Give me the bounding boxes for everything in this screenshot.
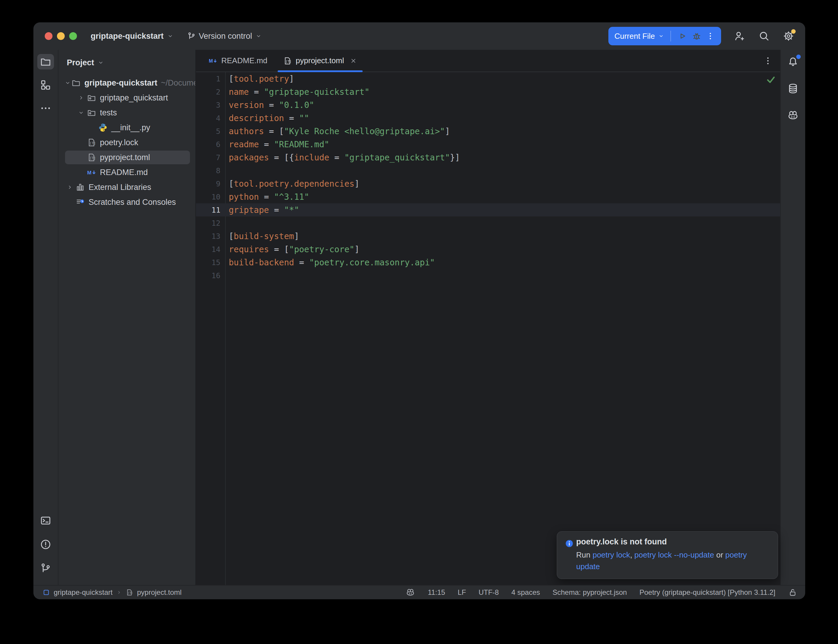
- more-icon: [39, 102, 52, 114]
- tool-button-structure[interactable]: [37, 77, 54, 93]
- line-number[interactable]: 4: [196, 114, 225, 123]
- code-text[interactable]: build-backend = "poetry.core.masonry.api…: [225, 258, 435, 268]
- editor-tab-bar: MREADME.md[T]pyproject.toml: [196, 50, 780, 72]
- line-number[interactable]: 15: [196, 258, 225, 267]
- tool-button-notifications[interactable]: [785, 54, 801, 69]
- status-widget-schema-pyproject-json[interactable]: Schema: pyproject.json: [553, 588, 627, 596]
- debug-icon[interactable]: [691, 31, 702, 41]
- code-token: "README.md": [274, 140, 329, 150]
- tree-item-griptape-quickstart[interactable]: griptape_quickstart: [58, 90, 196, 105]
- line-number[interactable]: 2: [196, 88, 225, 96]
- traffic-lights: [33, 32, 77, 40]
- code-token: readme: [229, 140, 259, 150]
- line-number[interactable]: 3: [196, 101, 225, 109]
- project-tool-window: Project griptape-quickstart~/Documegript…: [58, 50, 196, 586]
- chevron-down-icon[interactable]: [64, 76, 71, 90]
- status-widget-poetry-griptape-quickstart-python-3-11-2[interactable]: Poetry (griptape-quickstart) [Python 3.1…: [639, 588, 776, 596]
- notification-action-link[interactable]: poetry lock --no-update: [634, 550, 714, 559]
- notification-action-link[interactable]: poetry lock: [593, 550, 630, 559]
- tab-options-icon[interactable]: [763, 56, 773, 66]
- chevron-right-icon[interactable]: [76, 90, 87, 105]
- tree-item-label: tests: [100, 108, 117, 117]
- zoom-window-button[interactable]: [69, 32, 77, 40]
- line-number[interactable]: 6: [196, 140, 225, 149]
- code-text[interactable]: authors = ["Kyle Roche <hello@griptape.a…: [225, 127, 450, 136]
- status-widget-4-spaces[interactable]: 4 spaces: [511, 588, 540, 596]
- run-configuration-selector[interactable]: Current File: [615, 31, 664, 41]
- line-number[interactable]: 16: [196, 271, 225, 280]
- toml-icon: [T]: [126, 588, 133, 596]
- write-access-icon[interactable]: [788, 588, 797, 597]
- chevron-down-icon: [97, 59, 104, 66]
- code-token: ]: [354, 179, 359, 189]
- breadcrumb-item[interactable]: griptape-quickstart: [54, 588, 112, 596]
- line-number[interactable]: 11: [196, 206, 225, 214]
- tree-item-scratches-and-consoles[interactable]: Scratches and Consoles: [58, 195, 196, 210]
- tree-item-init-py[interactable]: __init__.py: [58, 120, 196, 135]
- status-widget-11-15[interactable]: 11:15: [428, 588, 445, 596]
- tree-item-readme-md[interactable]: MREADME.md: [58, 165, 196, 180]
- code-text[interactable]: version = "0.1.0": [225, 100, 314, 110]
- code-editor[interactable]: 1[tool.poetry]2name = "griptape-quicksta…: [196, 72, 780, 586]
- tree-item-pyproject-toml[interactable]: [T]pyproject.toml: [58, 150, 196, 165]
- line-number[interactable]: 12: [196, 219, 225, 227]
- tool-button-project[interactable]: [37, 54, 54, 69]
- close-window-button[interactable]: [45, 32, 53, 40]
- line-number[interactable]: 14: [196, 245, 225, 254]
- more-run-options-icon[interactable]: [706, 31, 715, 41]
- line-number[interactable]: 7: [196, 153, 225, 162]
- vcs-widget[interactable]: Version control: [187, 31, 263, 41]
- minimize-window-button[interactable]: [57, 32, 65, 40]
- run-icon[interactable]: [677, 31, 688, 41]
- add-user-icon[interactable]: [734, 30, 746, 42]
- code-text[interactable]: description = "": [225, 113, 309, 123]
- code-text[interactable]: [tool.poetry]: [225, 74, 294, 84]
- code-text[interactable]: requires = ["poetry-core"]: [225, 245, 359, 254]
- code-text[interactable]: [tool.poetry.dependencies]: [225, 179, 359, 189]
- tool-button-problems[interactable]: [37, 537, 54, 552]
- tool-button-database[interactable]: [785, 81, 801, 96]
- tab-pyproject-toml[interactable]: [T]pyproject.toml: [275, 50, 365, 72]
- tool-button-version-control[interactable]: [37, 560, 54, 576]
- inspections-ok-icon[interactable]: [766, 74, 776, 85]
- line-number[interactable]: 1: [196, 74, 225, 83]
- tree-item-label: pyproject.toml: [100, 153, 150, 162]
- tool-button-more-tool-windows[interactable]: [37, 100, 54, 116]
- code-token: ]: [294, 232, 299, 241]
- search-icon[interactable]: [758, 30, 770, 42]
- code-text[interactable]: readme = "README.md": [225, 140, 329, 150]
- chevron-right-icon[interactable]: [64, 180, 76, 195]
- line-number[interactable]: 10: [196, 192, 225, 201]
- code-text[interactable]: name = "griptape-quickstart": [225, 87, 370, 97]
- copilot-icon[interactable]: [406, 588, 415, 597]
- code-token: "0.1.0": [279, 100, 314, 110]
- code-text[interactable]: packages = [{include = "griptape_quickst…: [225, 153, 460, 163]
- status-widget-utf-8[interactable]: UTF-8: [479, 588, 499, 596]
- tool-button-ai-assistant[interactable]: [785, 108, 801, 123]
- settings-gear-icon[interactable]: [782, 30, 794, 42]
- breadcrumb-item[interactable]: pyproject.toml: [137, 588, 181, 596]
- tree-item-tests[interactable]: tests: [58, 105, 196, 120]
- tool-button-terminal[interactable]: [37, 513, 54, 528]
- divider: [670, 31, 671, 41]
- line-number[interactable]: 13: [196, 232, 225, 241]
- project-panel-header[interactable]: Project: [58, 50, 196, 76]
- code-token: }]: [450, 153, 460, 163]
- project-switcher[interactable]: griptape-quickstart: [90, 31, 174, 41]
- chevron-down-icon[interactable]: [76, 105, 87, 120]
- tab-readme-md[interactable]: MREADME.md: [201, 50, 275, 72]
- status-widget-lf[interactable]: LF: [458, 588, 466, 596]
- line-number[interactable]: 9: [196, 179, 225, 188]
- line-number[interactable]: 8: [196, 166, 225, 175]
- tree-item-poetry-lock[interactable]: [T]poetry.lock: [58, 135, 196, 150]
- code-text[interactable]: python = "^3.11": [225, 192, 309, 202]
- code-token: "^3.11": [274, 192, 309, 202]
- close-tab-icon[interactable]: [350, 57, 357, 65]
- tree-item-external-libraries[interactable]: External Libraries: [58, 180, 196, 195]
- tree-item-griptape-quickstart[interactable]: griptape-quickstart~/Docume: [58, 76, 196, 90]
- info-icon: [565, 539, 574, 548]
- code-text[interactable]: [build-system]: [225, 232, 299, 241]
- line-number[interactable]: 5: [196, 127, 225, 136]
- code-text[interactable]: griptape = "*": [225, 205, 299, 215]
- code-line: 15build-backend = "poetry.core.masonry.a…: [196, 256, 780, 269]
